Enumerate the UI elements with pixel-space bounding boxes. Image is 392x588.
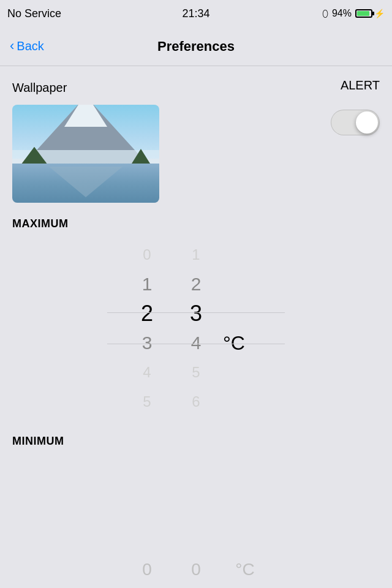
picker-col-1[interactable]: 0 1 2 3 4 5 [123, 240, 172, 417]
wallpaper-alert-row: Wallpaper ALERT [12, 78, 380, 95]
picker-item: 0 [143, 240, 151, 270]
bottom-col-unit: °C [221, 560, 270, 579]
picker-col-2[interactable]: 1 2 3 4 5 6 [172, 240, 221, 417]
nav-bar: ‹ Back Preferences [0, 27, 392, 66]
wallpaper-toggle-row [12, 105, 380, 203]
battery-percent: 94% [332, 8, 352, 19]
alert-toggle-area [331, 105, 380, 135]
mountain-snow [64, 105, 107, 127]
bottom-col-2: 0 [172, 560, 221, 579]
time-label: 21:34 [182, 7, 209, 20]
minimum-label: MINIMUM [12, 435, 380, 448]
bluetooth-icon: ⬯ [322, 8, 328, 19]
picker-unit-col: °C [221, 270, 270, 387]
picker-item: 4 [191, 328, 202, 358]
picker-item: 1 [142, 270, 153, 299]
wallpaper-thumbnail[interactable] [12, 105, 159, 203]
carrier-label: No Service [7, 7, 61, 20]
alert-toggle[interactable] [331, 110, 380, 135]
toggle-knob [356, 111, 378, 134]
picker-item: 3 [142, 328, 153, 358]
charging-icon: ⚡ [374, 9, 385, 18]
picker-item: 6 [192, 387, 200, 417]
bottom-peek-unit: °C [235, 560, 254, 579]
maximum-label: MAXIMUM [12, 217, 380, 230]
picker-item: 2 [191, 270, 202, 299]
water-layer [12, 164, 159, 203]
bottom-col-1: 0 [123, 560, 172, 579]
status-right: ⬯ 94% ⚡ [322, 8, 385, 19]
battery-icon-container: ⚡ [355, 9, 385, 18]
wallpaper-scene [12, 105, 159, 203]
battery-icon [355, 9, 372, 18]
alert-label: ALERT [341, 78, 380, 92]
back-button[interactable]: ‹ Back [10, 39, 44, 53]
picker-unit-selected: °C [223, 328, 245, 358]
back-chevron-icon: ‹ [10, 39, 14, 53]
picker-item-selected: 3 [190, 299, 202, 328]
back-label: Back [17, 39, 43, 53]
picker-item: 5 [143, 387, 151, 417]
picker-item: 5 [192, 358, 200, 387]
picker-item-selected: 2 [141, 299, 153, 328]
bottom-peek-digit: 0 [142, 560, 152, 579]
reflection [49, 167, 123, 197]
status-bar: No Service 21:34 ⬯ 94% ⚡ [0, 0, 392, 27]
page-title: Preferences [157, 39, 235, 55]
picker-item: 4 [143, 358, 151, 387]
content-area: Wallpaper ALERT [0, 66, 392, 448]
bottom-peek-digit: 0 [191, 560, 201, 579]
wallpaper-label: Wallpaper [12, 78, 67, 95]
picker-item: 1 [192, 240, 200, 270]
battery-fill [357, 11, 369, 16]
maximum-picker[interactable]: 0 1 2 3 4 5 1 2 3 4 5 6 °C [86, 240, 306, 417]
minimum-picker-peek: 0 0 °C [0, 551, 392, 588]
